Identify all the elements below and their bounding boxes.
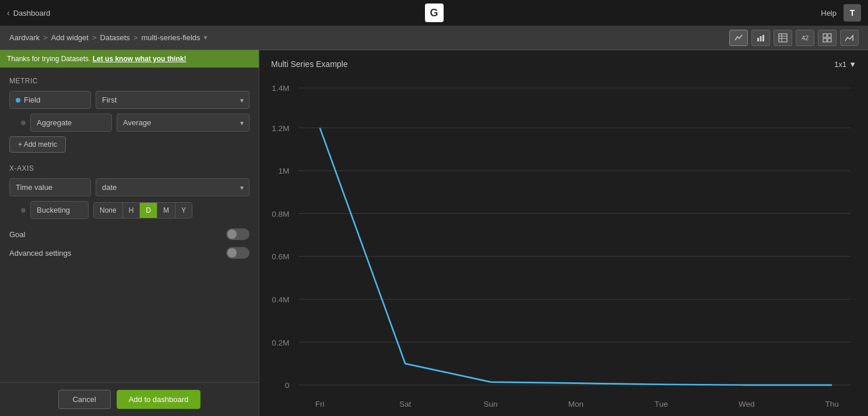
goal-toggle[interactable] — [226, 228, 249, 240]
banner-link[interactable]: Let us know what you think! — [93, 55, 187, 63]
nav-right: Help T — [821, 4, 861, 22]
breadcrumb-sep-3: > — [133, 33, 138, 42]
aggregate-label: Aggregate — [30, 114, 112, 132]
field-dot-icon — [16, 98, 20, 103]
help-label[interactable]: Help — [821, 9, 837, 17]
cancel-button[interactable]: Cancel — [58, 390, 111, 409]
advanced-toggle[interactable] — [226, 247, 249, 259]
bucket-h[interactable]: H — [123, 203, 140, 218]
bucket-m[interactable]: M — [157, 203, 175, 218]
chart-header: Multi Series Example 1x1 ▼ — [271, 59, 856, 69]
nav-left: ‹ Dashboard — [7, 8, 50, 17]
field-text: Field — [24, 96, 40, 104]
y-label-08m: 0.8M — [272, 210, 289, 218]
indent-dot-icon — [21, 121, 26, 125]
bar-chart-icon-btn[interactable] — [751, 30, 770, 46]
bucketing-label: Bucketing — [30, 201, 89, 219]
line-chart-icon — [734, 33, 743, 43]
svg-rect-9 — [823, 38, 827, 42]
bucket-d[interactable]: D — [140, 203, 157, 218]
back-arrow-icon[interactable]: ‹ — [7, 8, 10, 17]
x-label-sat: Sat — [399, 400, 412, 408]
aggregate-select[interactable]: Average Sum Count Min Max — [117, 114, 249, 132]
breadcrumb-sep-2: > — [92, 33, 97, 42]
size-selector[interactable]: 1x1 ▼ — [834, 60, 856, 69]
advanced-row: Advanced settings — [9, 247, 249, 259]
area-chart-icon — [845, 33, 854, 43]
line-chart-icon-btn[interactable] — [729, 30, 748, 46]
svg-rect-3 — [779, 34, 787, 42]
svg-rect-0 — [757, 38, 759, 41]
number-icon-btn[interactable]: 42 — [796, 30, 814, 46]
panel-footer: Cancel Add to dashboard — [0, 382, 259, 416]
svg-rect-10 — [828, 38, 831, 42]
xaxis-select[interactable]: date timestamp — [96, 178, 249, 196]
area-chart-icon-btn[interactable] — [840, 30, 859, 46]
svg-rect-8 — [828, 34, 831, 37]
breadcrumb-dataset-selector[interactable]: multi-series-fields ▼ — [141, 33, 208, 42]
bucket-y[interactable]: Y — [175, 203, 192, 218]
breadcrumb-sep-1: > — [43, 33, 48, 42]
x-label-fri: Fri — [315, 400, 325, 408]
breadcrumb-datasets[interactable]: Datasets — [100, 33, 130, 42]
xaxis-select-wrapper: date timestamp — [96, 178, 249, 196]
svg-rect-2 — [762, 35, 764, 41]
svg-rect-7 — [823, 34, 827, 37]
chart-title: Multi Series Example — [271, 59, 348, 69]
chart-area: 0 0.2M 0.4M 0.6M 0.8M 1M 1.2M 1.4M — [271, 76, 856, 416]
user-avatar[interactable]: T — [844, 4, 861, 22]
x-label-thu: Thu — [825, 400, 838, 408]
grid-icon-btn[interactable] — [818, 30, 837, 46]
breadcrumb-aardvark[interactable]: Aardvark — [9, 33, 40, 42]
field-label: Field — [9, 91, 91, 109]
banner: Thanks for trying Datasets. Let us know … — [0, 50, 259, 68]
add-to-dashboard-button[interactable]: Add to dashboard — [117, 390, 201, 409]
g-logo: G — [425, 3, 444, 22]
goal-label: Goal — [9, 230, 25, 239]
nav-dashboard-label[interactable]: Dashboard — [13, 9, 51, 17]
breadcrumb-add-widget[interactable]: Add widget — [51, 33, 89, 42]
nav-center: G — [425, 3, 444, 22]
bucket-none[interactable]: None — [94, 203, 123, 218]
top-nav: ‹ Dashboard G Help T — [0, 0, 868, 26]
breadcrumb-dataset-name: multi-series-fields — [141, 33, 200, 42]
breadcrumb-bar: Aardvark > Add widget > Datasets > multi… — [0, 26, 868, 50]
left-panel: Thanks for trying Datasets. Let us know … — [0, 50, 259, 416]
xaxis-type-label: Time value — [9, 178, 91, 196]
chevron-down-icon: ▼ — [203, 34, 209, 41]
bucketing-row: Bucketing None H D M Y — [9, 201, 249, 219]
table-icon — [778, 33, 788, 43]
x-label-tue: Tue — [655, 400, 668, 408]
y-label-1m: 1M — [278, 167, 289, 175]
chart-svg: 0 0.2M 0.4M 0.6M 0.8M 1M 1.2M 1.4M — [271, 76, 856, 416]
toolbar-icons: 42 — [729, 30, 859, 46]
right-panel: Multi Series Example 1x1 ▼ 0 0.2M 0.4M 0… — [259, 50, 868, 416]
y-label-06m: 0.6M — [272, 252, 289, 261]
aggregate-row: Aggregate Average Sum Count Min Max — [9, 114, 249, 132]
main-content: Thanks for trying Datasets. Let us know … — [0, 50, 868, 416]
goal-toggle-knob — [227, 230, 237, 239]
x-label-wed: Wed — [739, 400, 755, 408]
add-metric-button[interactable]: + Add metric — [9, 136, 66, 153]
field-select[interactable]: First Second Third — [96, 91, 249, 109]
advanced-label: Advanced settings — [9, 249, 71, 258]
bar-chart-icon — [756, 33, 765, 43]
y-label-14m: 1.4M — [272, 84, 289, 93]
x-label-sun: Sun — [483, 400, 497, 408]
metric-section-label: Metric — [9, 77, 249, 85]
grid-icon — [823, 33, 832, 43]
xaxis-type-text: Time value — [16, 183, 52, 192]
bucketing-dot-icon — [21, 208, 26, 213]
y-label-12m: 1.2M — [272, 124, 289, 133]
aggregate-select-wrapper: Average Sum Count Min Max — [117, 114, 249, 132]
advanced-toggle-knob — [227, 248, 237, 258]
metric-field-row: Field First Second Third — [9, 91, 249, 109]
y-label-02m: 0.2M — [272, 338, 289, 347]
field-select-wrapper: First Second Third — [96, 91, 249, 109]
xaxis-section-label: X-Axis — [9, 164, 249, 172]
xaxis-section: X-Axis Time value date timestamp Bucketi — [9, 164, 249, 219]
table-icon-btn[interactable] — [774, 30, 792, 46]
number-icon: 42 — [802, 34, 809, 41]
size-label: 1x1 — [834, 60, 846, 69]
y-label-04m: 0.4M — [272, 295, 289, 304]
